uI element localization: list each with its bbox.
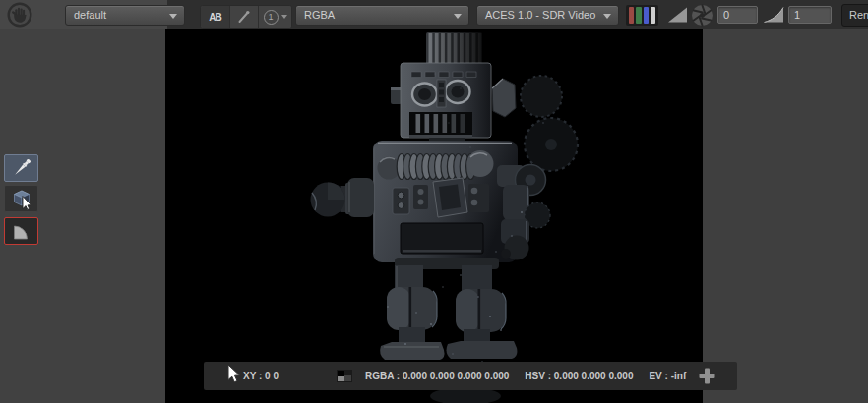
- curve-ramp-icon: [764, 7, 784, 23]
- render-viewport[interactable]: [165, 29, 703, 403]
- pan-hand-icon[interactable]: [7, 2, 32, 28]
- aperture-icon[interactable]: [691, 4, 713, 27]
- channel-dropdown[interactable]: RGBA: [295, 5, 469, 26]
- ab-compare-group: AB 1: [200, 5, 292, 29]
- brush-button[interactable]: [230, 6, 259, 28]
- preset-dropdown-value: default: [74, 9, 106, 21]
- quarter-circle-icon: [8, 217, 35, 245]
- blue-channel-bar: [644, 7, 649, 24]
- exposure-input[interactable]: 0: [717, 6, 758, 24]
- chevron-down-icon: [603, 14, 611, 19]
- mouse-cursor: [227, 365, 241, 385]
- ev-readout: EV : -inf: [649, 371, 686, 381]
- robot-render-image: [165, 29, 703, 403]
- cube-cursor-icon: [8, 185, 35, 212]
- render-button[interactable]: Render: [841, 4, 868, 27]
- colorspace-dropdown-value: ACES 1.0 - SDR Video: [485, 9, 595, 21]
- plus-icon[interactable]: [698, 367, 716, 385]
- ab-label: AB: [209, 12, 220, 23]
- chevron-down-icon: [281, 15, 287, 19]
- top-toolbar: default AB 1 RGBA ACES 1.0 - SDR V: [0, 0, 868, 29]
- channel-dropdown-value: RGBA: [304, 9, 335, 21]
- pixel-color-swatch: [338, 371, 351, 381]
- preset-dropdown[interactable]: default: [65, 5, 185, 26]
- red-channel-bar: [629, 7, 634, 24]
- green-channel-bar: [636, 7, 641, 24]
- brush-icon: [236, 9, 252, 25]
- triangle-ramp-icon: [668, 7, 688, 23]
- hand-icon: [7, 2, 32, 28]
- eyedropper-icon: [8, 154, 35, 182]
- alpha-channel-bar: [651, 7, 655, 24]
- select-3d-tool-button[interactable]: [4, 185, 38, 212]
- version-button[interactable]: 1: [259, 6, 291, 28]
- gamma-input[interactable]: 1: [788, 6, 832, 24]
- version-number: 1: [264, 10, 279, 25]
- chevron-down-icon: [454, 14, 462, 19]
- ab-compare-button[interactable]: AB: [201, 6, 230, 28]
- xy-readout: XY : 0 0: [243, 371, 279, 381]
- colorspace-dropdown[interactable]: ACES 1.0 - SDR Video: [476, 5, 619, 26]
- right-panel: [703, 29, 868, 403]
- hsv-readout: HSV : 0.000 0.000 0.000: [525, 371, 633, 381]
- rgba-readout: RGBA : 0.000 0.000 0.000 0.000: [365, 371, 509, 381]
- color-picker-tool-button[interactable]: [4, 154, 38, 182]
- rgb-stripes-icon[interactable]: [626, 5, 658, 26]
- render-monitor-window: default AB 1 RGBA ACES 1.0 - SDR V: [0, 0, 868, 403]
- roi-tool-button[interactable]: [4, 217, 38, 245]
- left-panel: [0, 29, 165, 403]
- chevron-down-icon: [169, 14, 177, 19]
- pixel-readout-statusbar: XY : 0 0 RGBA : 0.000 0.000 0.000 0.000 …: [204, 362, 737, 390]
